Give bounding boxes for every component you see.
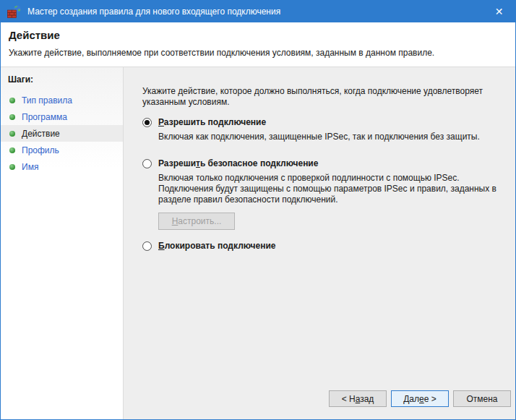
configure-button[interactable]: Настроить... xyxy=(158,213,235,230)
step-bullet-icon xyxy=(9,147,15,153)
close-button[interactable]: ✕ xyxy=(483,1,515,22)
step-label: Тип правила xyxy=(22,95,72,106)
window-title: Мастер создания правила для нового входя… xyxy=(27,7,483,17)
radio-allow-secure-connection[interactable] xyxy=(142,159,152,168)
steps-sidebar: Шаги: Тип правила Программа Действие Про… xyxy=(1,67,124,419)
content-panel: Укажите действие, которое должно выполня… xyxy=(124,67,515,419)
steps-heading: Шаги: xyxy=(1,72,123,92)
next-button[interactable]: Далее > xyxy=(391,390,449,407)
radio-allow-description: Включая как подключения, защищенные IPSe… xyxy=(158,132,480,142)
step-bullet-icon xyxy=(9,131,15,137)
sidebar-item-name[interactable]: Имя xyxy=(1,158,123,175)
wizard-navigation: < Назад Далее > Отмена xyxy=(324,390,511,407)
radio-allow-secure-description: Включая только подключения с проверкой п… xyxy=(158,173,504,205)
page-description: Укажите действие, выполняемое при соотве… xyxy=(9,48,507,58)
step-label: Действие xyxy=(22,129,60,139)
step-bullet-icon xyxy=(9,114,15,120)
option-allow-secure-connection: Разрешить безопасное подключение Включая… xyxy=(142,158,504,230)
step-label: Профиль xyxy=(22,145,59,155)
sidebar-item-program[interactable]: Программа xyxy=(1,108,123,125)
sidebar-item-action[interactable]: Действие xyxy=(1,125,123,142)
step-bullet-icon xyxy=(9,164,15,170)
step-label: Программа xyxy=(22,112,67,122)
titlebar: Мастер создания правила для нового входя… xyxy=(1,1,515,22)
radio-allow-secure-label[interactable]: Разрешить безопасное подключение xyxy=(158,158,504,169)
sidebar-item-profile[interactable]: Профиль xyxy=(1,142,123,158)
wizard-window: Мастер создания правила для нового входя… xyxy=(0,0,516,420)
back-button[interactable]: < Назад xyxy=(329,390,387,407)
cancel-button[interactable]: Отмена xyxy=(453,390,511,407)
radio-block-connection[interactable] xyxy=(142,241,152,251)
close-icon: ✕ xyxy=(495,6,504,17)
option-block-connection: Блокировать подключение xyxy=(142,241,504,252)
content-intro: Укажите действие, которое должно выполня… xyxy=(142,86,498,108)
wizard-header: Действие Укажите действие, выполняемое п… xyxy=(1,22,515,67)
firewall-icon xyxy=(7,5,22,18)
sidebar-item-rule-type[interactable]: Тип правила xyxy=(1,92,123,108)
radio-allow-label[interactable]: Разрешить подключение xyxy=(158,117,480,128)
option-allow-connection: Разрешить подключение Включая как подклю… xyxy=(142,117,504,142)
step-label: Имя xyxy=(22,162,38,172)
wizard-body: Шаги: Тип правила Программа Действие Про… xyxy=(1,67,515,419)
step-bullet-icon xyxy=(9,98,15,103)
radio-block-label[interactable]: Блокировать подключение xyxy=(158,241,276,252)
page-title: Действие xyxy=(9,29,507,41)
radio-allow-connection[interactable] xyxy=(142,118,152,127)
